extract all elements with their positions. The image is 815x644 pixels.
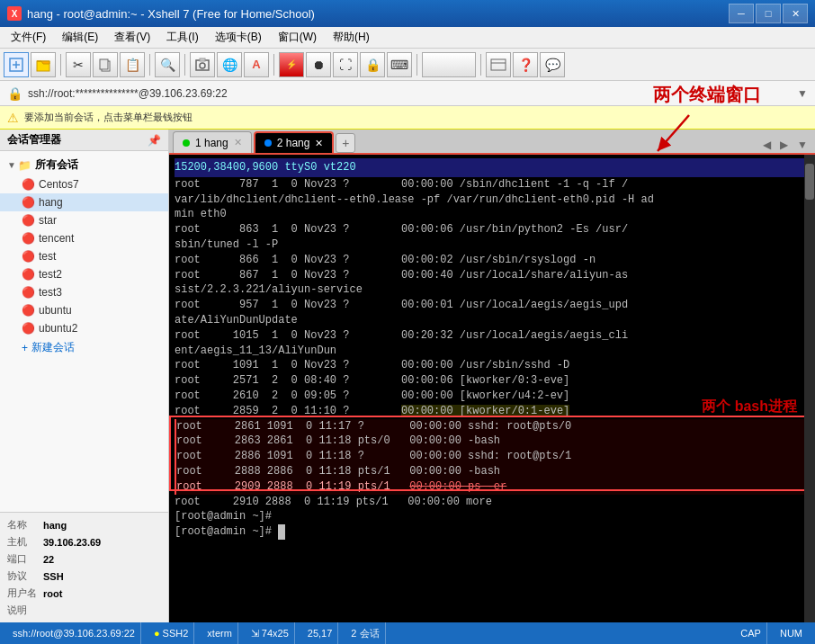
tb-globe[interactable]: 🌐 [217, 52, 242, 77]
minimize-button[interactable]: ─ [729, 4, 754, 23]
session-label: star [39, 214, 57, 227]
terminal-line-9: root 957 1 0 Nov23 ? 00:00:01 /usr/local… [175, 298, 810, 313]
terminal-line-15: root 2610 2 0 09:05 ? 00:00:00 [kworker/… [175, 389, 810, 404]
session-label: test3 [39, 286, 62, 299]
session-item-ubuntu[interactable]: 🔴 ubuntu [0, 301, 168, 319]
info-protocol-value: SSH [43, 571, 64, 582]
session-info: 名称 hang 主机 39.106.23.69 端口 22 协议 SSH 用户名… [0, 512, 168, 622]
session-item-test3[interactable]: 🔴 test3 [0, 283, 168, 301]
session-item-hang[interactable]: 🔴 hang [0, 193, 168, 211]
session-icon: 🔴 [22, 268, 35, 281]
status-terminal: xterm [202, 622, 238, 644]
tb-keyboard[interactable]: ⌨ [387, 52, 412, 77]
status-sessions: 2 会话 [345, 622, 385, 644]
tb-font[interactable]: A [244, 52, 269, 77]
scrollbar-thumb[interactable] [805, 164, 814, 200]
menu-view[interactable]: 查看(V) [107, 28, 157, 47]
info-username-label: 用户名 [7, 586, 43, 600]
status-sessions-text: 2 会话 [351, 627, 379, 640]
tb-red[interactable]: ⚡ [279, 52, 304, 77]
session-icon: 🔴 [22, 196, 35, 209]
tab-1-close[interactable]: ✕ [234, 137, 242, 148]
menu-edit[interactable]: 编辑(E) [55, 28, 105, 47]
menu-help[interactable]: 帮助(H) [326, 28, 377, 47]
status-num-text: NUM [780, 628, 802, 639]
terminal-line-17: root 2861 1091 0 11:17 ? 00:00:00 sshd: … [175, 419, 810, 434]
terminal-line-21: root 2909 2888 0 11:19 pts/1 00:00:00 ps… [175, 479, 810, 495]
toolbar-sep-3 [184, 54, 185, 76]
notification-text: 要添加当前会话，点击菜单栏最钱按钮 [24, 111, 193, 124]
status-cap: CAP [735, 622, 767, 644]
window-controls: ─ □ ✕ [729, 4, 808, 23]
tb-scissors[interactable]: ✂ [66, 52, 91, 77]
menu-tabs[interactable]: 选项卡(B) [208, 28, 269, 47]
tab-2-hang[interactable]: 2 hang ✕ [254, 131, 335, 153]
menu-bar: 文件(F) 编辑(E) 查看(V) 工具(I) 选项卡(B) 窗口(W) 帮助(… [0, 27, 815, 49]
tb-help[interactable]: ❓ [513, 52, 538, 77]
session-item-new[interactable]: + 新建会话 [0, 337, 168, 358]
terminal-line-8: sist/2.2.3.221/aliyun-service [175, 282, 810, 298]
menu-tools[interactable]: 工具(I) [159, 28, 205, 47]
maximize-button[interactable]: □ [756, 4, 781, 23]
tab-2-label: 2 hang [277, 137, 310, 149]
terminal-line-19: root 2886 1091 0 11:18 ? 00:00:00 sshd: … [175, 449, 810, 464]
tab-add-button[interactable]: + [336, 133, 355, 153]
session-item-test2[interactable]: 🔴 test2 [0, 265, 168, 283]
tb-transfer[interactable] [486, 52, 511, 77]
terminal-line-11: root 1015 1 0 Nov23 ? 00:20:32 /usr/loca… [175, 328, 810, 344]
tb-open[interactable] [31, 52, 56, 77]
tb-paste[interactable]: 📋 [120, 52, 145, 77]
warning-icon: ⚠ [7, 111, 19, 125]
menu-file[interactable]: 文件(F) [4, 28, 53, 47]
tab-nav-prev[interactable]: ◀ [759, 137, 775, 153]
status-terminal-text: xterm [207, 628, 232, 639]
session-item-tencent[interactable]: 🔴 tencent [0, 229, 168, 247]
terminal-line-14: root 2571 2 0 08:40 ? 00:00:06 [kworker/… [175, 373, 810, 389]
tb-record[interactable]: ⏺ [306, 52, 331, 77]
tree-all-sessions[interactable]: ▼ 📁 所有会话 [0, 155, 168, 175]
terminal-line-3: min eth0 [175, 207, 810, 222]
terminal-content[interactable]: 15200,38400,9600 ttyS0 vt220 root 787 1 … [169, 155, 815, 622]
session-label: test2 [39, 268, 62, 281]
session-label: ubuntu2 [39, 322, 77, 335]
session-label: test [39, 250, 56, 263]
info-name-label: 名称 [7, 518, 43, 532]
session-item-ubuntu2[interactable]: 🔴 ubuntu2 [0, 319, 168, 337]
address-dropdown[interactable]: ▼ [797, 87, 808, 100]
session-item-test[interactable]: 🔴 test [0, 247, 168, 265]
session-item-star[interactable]: 🔴 star [0, 211, 168, 229]
terminal-line-1: root 787 1 0 Nov23 ? 00:00:00 /sbin/dhcl… [175, 177, 810, 192]
toolbar-sep-2 [149, 54, 150, 76]
tab-nav-next[interactable]: ▶ [776, 137, 792, 153]
menu-window[interactable]: 窗口(W) [271, 28, 324, 47]
terminal-line-6: root 866 1 0 Nov23 ? 00:00:02 /usr/sbin/… [175, 253, 810, 268]
terminal-line-2: var/lib/dhclient/dhclient--eth0.lease -p… [175, 192, 810, 208]
sidebar-pin[interactable]: 📌 [148, 134, 161, 147]
terminal-line-24: [root@admin ~]# [175, 524, 810, 540]
tab-bar: 1 hang ✕ 2 hang ✕ + ◀ ▶ ▼ [169, 130, 815, 155]
status-protocol: ● SSH2 [148, 622, 194, 644]
status-protocol-text: SSH2 [163, 628, 189, 639]
tab-1-hang[interactable]: 1 hang ✕ [173, 131, 252, 153]
close-button[interactable]: ✕ [783, 4, 808, 23]
tb-expand[interactable]: ⛶ [333, 52, 358, 77]
tb-screenshot[interactable] [190, 52, 215, 77]
tb-lock[interactable]: 🔒 [360, 52, 385, 77]
scrollbar[interactable] [804, 155, 815, 622]
tab-nav-dropdown[interactable]: ▼ [793, 137, 811, 153]
tab-1-status-dot [183, 139, 190, 147]
status-connection-text: ssh://root@39.106.23.69:22 [13, 628, 135, 639]
tb-copy[interactable] [93, 52, 118, 77]
main-content: 会话管理器 📌 ▼ 📁 所有会话 🔴 Centos7 🔴 hang 🔴 star [0, 130, 815, 622]
tb-new-session[interactable] [4, 52, 29, 77]
tb-chat[interactable]: 💬 [540, 52, 565, 77]
terminal-line-10: ate/AliYunDunUpdate [175, 313, 810, 328]
terminal-line-12: ent/aegis_11_13/AliYunDun [175, 344, 810, 359]
tab-2-close[interactable]: ✕ [315, 138, 323, 149]
tb-search[interactable]: 🔍 [155, 52, 180, 77]
address-text[interactable]: ssh://root:***************@39.106.23.69:… [28, 87, 792, 100]
tab-1-label: 1 hang [195, 137, 228, 149]
address-bar: 🔒 ssh://root:***************@39.106.23.6… [0, 81, 815, 106]
session-item-centos7[interactable]: 🔴 Centos7 [0, 175, 168, 193]
status-connection: ssh://root@39.106.23.69:22 [7, 622, 141, 644]
